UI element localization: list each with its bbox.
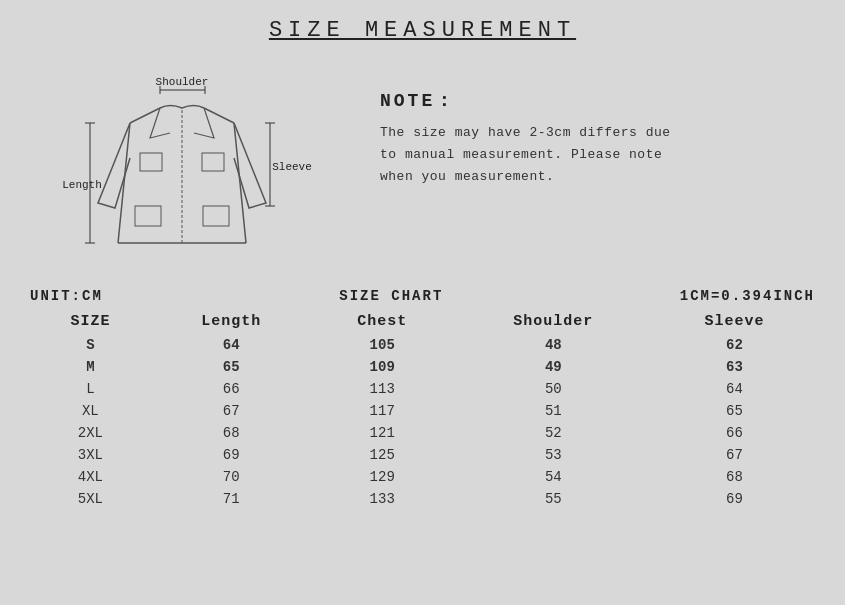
cell-r7-c0: 5XL bbox=[30, 488, 151, 510]
cell-r0-c4: 62 bbox=[654, 334, 815, 356]
cell-r3-c0: XL bbox=[30, 400, 151, 422]
svg-line-6 bbox=[118, 123, 130, 243]
col-header-length: Length bbox=[151, 309, 312, 334]
table-row: 2XL681215266 bbox=[30, 422, 815, 444]
diagram-section: Shoulder bbox=[30, 58, 350, 278]
unit-label: UNIT:CM bbox=[30, 288, 103, 304]
cell-r3-c3: 51 bbox=[453, 400, 654, 422]
cell-r0-c2: 105 bbox=[312, 334, 453, 356]
cell-r7-c3: 55 bbox=[453, 488, 654, 510]
cell-r6-c2: 129 bbox=[312, 466, 453, 488]
content-area: Shoulder bbox=[0, 58, 845, 278]
table-row: M651094963 bbox=[30, 356, 815, 378]
table-row: 3XL691255367 bbox=[30, 444, 815, 466]
cell-r5-c3: 53 bbox=[453, 444, 654, 466]
cell-r2-c1: 66 bbox=[151, 378, 312, 400]
svg-text:Length: Length bbox=[62, 179, 102, 191]
table-row: L661135064 bbox=[30, 378, 815, 400]
cell-r1-c2: 109 bbox=[312, 356, 453, 378]
cell-r1-c3: 49 bbox=[453, 356, 654, 378]
cell-r6-c4: 68 bbox=[654, 466, 815, 488]
cell-r2-c2: 113 bbox=[312, 378, 453, 400]
table-row: 4XL701295468 bbox=[30, 466, 815, 488]
table-header-row: SIZE Length Chest Shoulder Sleeve bbox=[30, 309, 815, 334]
cell-r2-c4: 64 bbox=[654, 378, 815, 400]
note-title: NOTE： bbox=[380, 88, 815, 112]
cell-r4-c4: 66 bbox=[654, 422, 815, 444]
cell-r1-c4: 63 bbox=[654, 356, 815, 378]
page-title: SIZE MEASUREMENT bbox=[269, 18, 576, 43]
col-header-chest: Chest bbox=[312, 309, 453, 334]
size-chart-label: SIZE CHART bbox=[339, 288, 443, 304]
cell-r5-c1: 69 bbox=[151, 444, 312, 466]
cell-r4-c2: 121 bbox=[312, 422, 453, 444]
inch-label: 1CM=0.394INCH bbox=[680, 288, 815, 304]
jacket-diagram: Shoulder bbox=[30, 58, 320, 268]
table-section: UNIT:CM SIZE CHART 1CM=0.394INCH SIZE Le… bbox=[0, 278, 845, 510]
cell-r5-c4: 67 bbox=[654, 444, 815, 466]
table-row: 5XL711335569 bbox=[30, 488, 815, 510]
cell-r3-c2: 117 bbox=[312, 400, 453, 422]
cell-r6-c0: 4XL bbox=[30, 466, 151, 488]
cell-r4-c0: 2XL bbox=[30, 422, 151, 444]
cell-r2-c3: 50 bbox=[453, 378, 654, 400]
svg-rect-12 bbox=[135, 206, 161, 226]
svg-rect-10 bbox=[140, 153, 162, 171]
cell-r7-c1: 71 bbox=[151, 488, 312, 510]
table-row: S641054862 bbox=[30, 334, 815, 356]
page: SIZE MEASUREMENT Shoulder bbox=[0, 0, 845, 605]
col-header-shoulder: Shoulder bbox=[453, 309, 654, 334]
cell-r6-c1: 70 bbox=[151, 466, 312, 488]
cell-r4-c3: 52 bbox=[453, 422, 654, 444]
title-section: SIZE MEASUREMENT bbox=[0, 0, 845, 53]
svg-text:Shoulder: Shoulder bbox=[156, 76, 209, 88]
cell-r7-c4: 69 bbox=[654, 488, 815, 510]
note-section: NOTE： The size may have 2-3cm differs du… bbox=[350, 58, 815, 278]
size-table: SIZE Length Chest Shoulder Sleeve S64105… bbox=[30, 309, 815, 510]
svg-line-7 bbox=[234, 123, 246, 243]
cell-r0-c3: 48 bbox=[453, 334, 654, 356]
table-row: XL671175165 bbox=[30, 400, 815, 422]
cell-r2-c0: L bbox=[30, 378, 151, 400]
cell-r1-c0: M bbox=[30, 356, 151, 378]
svg-rect-11 bbox=[202, 153, 224, 171]
note-body: The size may have 2-3cm differs dueto ma… bbox=[380, 122, 815, 188]
cell-r0-c0: S bbox=[30, 334, 151, 356]
cell-r0-c1: 64 bbox=[151, 334, 312, 356]
col-header-size: SIZE bbox=[30, 309, 151, 334]
cell-r3-c4: 65 bbox=[654, 400, 815, 422]
col-header-sleeve: Sleeve bbox=[654, 309, 815, 334]
cell-r1-c1: 65 bbox=[151, 356, 312, 378]
svg-text:Sleeve: Sleeve bbox=[272, 161, 312, 173]
svg-rect-13 bbox=[203, 206, 229, 226]
cell-r5-c2: 125 bbox=[312, 444, 453, 466]
cell-r3-c1: 67 bbox=[151, 400, 312, 422]
cell-r4-c1: 68 bbox=[151, 422, 312, 444]
cell-r7-c2: 133 bbox=[312, 488, 453, 510]
unit-row: UNIT:CM SIZE CHART 1CM=0.394INCH bbox=[30, 288, 815, 304]
cell-r5-c0: 3XL bbox=[30, 444, 151, 466]
cell-r6-c3: 54 bbox=[453, 466, 654, 488]
